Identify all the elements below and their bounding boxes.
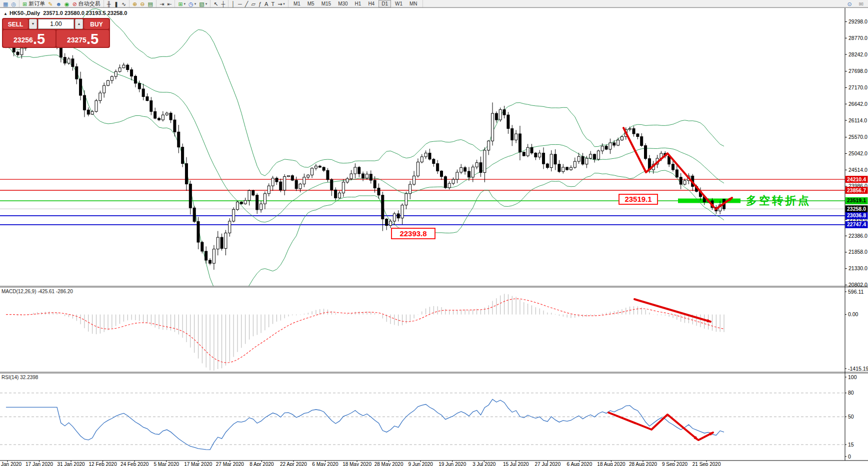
candle — [452, 177, 454, 185]
macd-axis-label: -1415.19 — [848, 366, 868, 372]
candle-body — [126, 65, 129, 69]
volume-down-button[interactable]: ▼ — [29, 19, 37, 29]
candle-body — [228, 221, 231, 233]
candle — [334, 187, 337, 200]
macd-name: MACD(12,26,9) — [2, 289, 36, 294]
buy-price-display[interactable]: 23275.5 — [56, 30, 109, 47]
candle-body — [287, 176, 290, 177]
sell-button[interactable]: SELL — [3, 19, 28, 29]
candle-body — [464, 168, 466, 171]
candle-body — [358, 167, 360, 174]
candle — [570, 165, 572, 171]
candle — [314, 164, 317, 170]
candle-body — [80, 79, 82, 95]
candle — [80, 72, 82, 100]
candle-body — [60, 47, 62, 57]
candle-body — [114, 71, 117, 76]
candle-body — [354, 167, 356, 174]
candle-body — [291, 176, 294, 180]
candle-body — [448, 183, 450, 188]
candle — [193, 206, 196, 223]
candle — [432, 158, 435, 166]
candle-body — [597, 151, 600, 159]
candle-body — [280, 182, 282, 190]
candle — [87, 107, 90, 116]
sell-price-main: 23256 — [14, 33, 33, 46]
candle-body — [617, 140, 620, 145]
candle-body — [334, 190, 337, 198]
rsi-value: 32.2398 — [20, 375, 38, 380]
sell-price-display[interactable]: 23256.5 — [3, 30, 56, 47]
candle — [401, 203, 404, 224]
candle — [405, 192, 408, 209]
candle — [644, 143, 647, 160]
candle-body — [122, 65, 125, 68]
candle — [468, 167, 470, 180]
price-tick-label: 21330.0 — [848, 265, 868, 271]
candle — [142, 84, 144, 100]
candle-body — [178, 132, 180, 147]
chart-symbol-period: HK50-,Daily — [10, 10, 40, 16]
candle-body — [416, 162, 419, 176]
macd-values: -425.61 -286.20 — [38, 289, 73, 294]
candle — [72, 55, 74, 71]
candle — [354, 163, 356, 178]
candle-body — [256, 195, 258, 210]
candle-body — [390, 221, 392, 226]
candle — [307, 174, 310, 179]
candle — [590, 151, 592, 159]
candle — [464, 166, 466, 174]
candle-body — [95, 101, 98, 112]
price-badge-label: 24210.4 — [847, 176, 866, 182]
buy-button[interactable]: BUY — [84, 19, 109, 29]
candle — [495, 111, 498, 122]
buy-price-pips: .5 — [86, 32, 98, 46]
date-label: 27 Mar 2020 — [216, 462, 244, 466]
candle — [185, 157, 188, 191]
candle-body — [193, 208, 196, 221]
main-pane: 23519.122393.8多空转折点 — [0, 8, 845, 304]
candle — [256, 193, 258, 214]
pivot-annotation-text: 多空转折点 — [746, 194, 811, 207]
price-tick-label: 27698.0 — [848, 68, 868, 74]
price-tick-label: 22386.0 — [848, 233, 868, 239]
date-label: 27 Jul 2020 — [534, 462, 560, 466]
chart-canvas[interactable]: 23519.122393.8多空转折点29298.028770.028242.0… — [0, 0, 868, 466]
collapse-triangle-icon[interactable]: ▲ — [4, 11, 8, 16]
price-tick-label: 26642.0 — [848, 101, 868, 107]
price-badge-label: 23519.1 — [847, 197, 866, 203]
candle-body — [495, 113, 498, 120]
candle-body — [488, 141, 490, 150]
candle-body — [386, 219, 388, 226]
rsi-line — [6, 399, 724, 450]
date-label: 15 Jul 2020 — [503, 462, 529, 466]
candle-body — [170, 113, 172, 120]
candle — [476, 160, 478, 169]
candle — [232, 207, 235, 222]
candle-body — [644, 145, 647, 158]
volume-up-button[interactable]: ▲ — [75, 19, 83, 29]
price-badge-label: 23036.8 — [847, 212, 866, 218]
candle — [236, 200, 238, 211]
candle — [248, 189, 250, 205]
candle — [515, 130, 518, 143]
date-label: 21 Sep 2020 — [692, 462, 721, 466]
date-label: 9 Jun 2020 — [408, 462, 433, 466]
candle-body — [342, 182, 344, 193]
candle — [201, 241, 204, 253]
candle — [397, 210, 400, 221]
candle-body — [436, 163, 439, 171]
volume-input[interactable] — [38, 19, 74, 29]
candle-body — [570, 167, 572, 170]
candle-body — [586, 158, 588, 164]
candle-body — [366, 174, 368, 178]
candle — [542, 147, 545, 169]
price-tick-label: 21858.0 — [848, 249, 868, 255]
candle-body — [499, 110, 502, 120]
candle — [162, 111, 164, 122]
candle-body — [314, 166, 317, 168]
macd-signal-line — [6, 299, 724, 363]
macd-pane — [6, 294, 724, 371]
candle-body — [264, 194, 266, 204]
candle — [209, 258, 212, 265]
